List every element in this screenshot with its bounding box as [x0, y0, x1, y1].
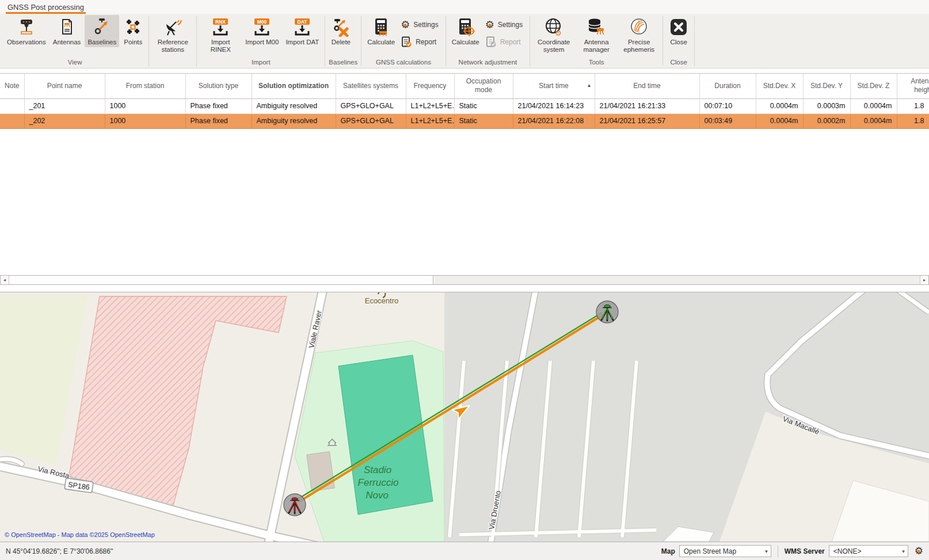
map-settings-gear-icon[interactable]: ⚙: [915, 546, 923, 556]
button-label: Settings: [498, 21, 523, 29]
import-m00-icon: M00: [252, 17, 272, 37]
wms-server-dropdown[interactable]: <NONE> ▾: [829, 545, 908, 557]
satellite-dish-icon: [163, 17, 182, 37]
red-tripod-marker[interactable]: [284, 494, 306, 516]
import-m00-button[interactable]: M00 Import M00: [242, 15, 281, 47]
observations-button[interactable]: Observations: [4, 15, 49, 47]
column-header-frequency[interactable]: Frequency: [406, 74, 454, 98]
column-header-satellites-systems[interactable]: Satellites systems: [336, 74, 406, 98]
cell-duration: 00:03:49: [699, 113, 756, 128]
column-header-duration[interactable]: Duration: [699, 74, 756, 98]
points-button[interactable]: Points: [120, 15, 146, 47]
delete-baseline-icon: [331, 17, 351, 37]
import-dat-icon: DAT: [292, 17, 312, 37]
button-label: Points: [124, 39, 142, 46]
ribbon-group-label: GNSS calculations: [364, 58, 443, 68]
ribbon-group-label: Baselines: [328, 58, 359, 68]
ribbon-group-label: View: [3, 58, 146, 68]
gnss-settings-button[interactable]: ⚙ Settings: [401, 20, 439, 30]
scroll-left-button[interactable]: ◂: [1, 276, 9, 284]
network-report-button[interactable]: Report: [485, 36, 523, 48]
column-header-std-dev-x[interactable]: Std.Dev. X: [756, 74, 803, 98]
column-header-solution-type[interactable]: Solution type: [185, 74, 252, 98]
antenna-document-icon: [57, 17, 77, 37]
tab-gnss-post-processing[interactable]: GNSS Post processing: [6, 2, 86, 14]
button-label: Report: [416, 38, 436, 46]
cell-antenna-height: 1.8: [897, 98, 929, 113]
cell-occupation-mode: Static: [454, 113, 513, 128]
cell-solution-type: Phase fixed: [185, 98, 252, 113]
map-source-dropdown[interactable]: Open Street Map ▾: [679, 545, 771, 557]
import-dat-button[interactable]: DAT Import DAT: [283, 15, 322, 47]
cell-from-station: 1000: [105, 113, 185, 128]
ribbon-separator: [446, 16, 446, 66]
gnss-report-button[interactable]: Report: [401, 36, 439, 48]
button-label: Coordinate system: [536, 39, 572, 54]
antennas-button[interactable]: Antennas: [50, 15, 84, 47]
cell-std-dev-z: 0.0004m: [850, 98, 897, 113]
svg-text:Novo: Novo: [365, 490, 389, 501]
ribbon-group-label: [151, 64, 194, 68]
map-view[interactable]: Ecocentro Stadio Ferruccio Novo Viale Ra…: [0, 285, 929, 542]
column-header-end-time[interactable]: End time: [595, 74, 699, 98]
column-header-solution-optimization[interactable]: Solution optimization: [252, 74, 336, 98]
column-header-std-dev-z[interactable]: Std.Dev. Z: [850, 74, 897, 98]
ribbon-group-label: Import: [199, 58, 322, 68]
map-select-label: Map: [661, 547, 675, 555]
import-rinex-button[interactable]: RNX Import RINEX: [200, 15, 241, 55]
green-tripod-marker[interactable]: [596, 301, 618, 323]
ribbon-toolbar: Observations Antennas: [0, 14, 929, 68]
column-header-occupation-mode[interactable]: Occupation mode: [454, 74, 513, 98]
baselines-button[interactable]: Baselines: [85, 15, 119, 47]
button-label: Delete: [332, 39, 351, 46]
cell-point-name: _202: [24, 113, 105, 128]
gnss-receiver-icon: [17, 17, 36, 37]
database-antenna-icon: [587, 17, 606, 37]
cell-from-station: 1000: [105, 98, 185, 113]
scrollbar-thumb[interactable]: [9, 276, 433, 284]
column-header-antenna-height[interactable]: Antenna height: [897, 74, 929, 98]
network-calculate-button[interactable]: Calculate: [449, 15, 482, 47]
ribbon-group-label: Network adjustment: [448, 58, 527, 68]
wms-server-value: <NONE>: [833, 547, 862, 555]
precise-ephemeris-button[interactable]: Precise ephemeris: [618, 15, 660, 55]
map-top-gap: [0, 285, 929, 292]
reference-stations-button[interactable]: Reference stations: [152, 15, 193, 55]
cell-solution-optimization: Ambiguity resolved: [252, 98, 336, 113]
cell-satellites-systems: GPS+GLO+GAL: [336, 113, 406, 128]
osm-attribution-link[interactable]: © OpenStreetMap - Map data ©2025 OpenStr…: [5, 531, 155, 538]
scroll-right-button[interactable]: ▸: [920, 276, 928, 284]
cell-frequency: L1+L2+L5+E...: [406, 113, 454, 128]
table-header-row: Note Point name From station Solution ty…: [0, 74, 929, 98]
cell-start-time: 21/04/2021 16:14:23: [513, 98, 595, 113]
column-header-note[interactable]: Note: [0, 74, 24, 98]
column-header-start-time[interactable]: Start time ▲: [513, 74, 595, 98]
gnss-calculate-button[interactable]: Calculate: [364, 15, 398, 47]
scrollbar-track[interactable]: [434, 276, 920, 284]
column-header-from-station[interactable]: From station: [105, 74, 185, 98]
report-icon: [401, 36, 412, 48]
ribbon-group-network-adjustment: Calculate ⚙ Settings Report: [447, 14, 528, 68]
column-header-point-name[interactable]: Point name: [24, 74, 105, 98]
column-header-std-dev-y[interactable]: Std.Dev. Y: [803, 74, 850, 98]
antenna-manager-button[interactable]: Antenna manager: [576, 15, 617, 55]
ribbon-group-reference: Reference stations: [150, 14, 195, 68]
network-settings-button[interactable]: ⚙ Settings: [485, 20, 523, 30]
ribbon-separator: [361, 16, 361, 66]
delete-button[interactable]: Delete: [328, 15, 353, 47]
status-bar: N 45°04'19.6826"; E 7°30'06.8686" Map Op…: [0, 542, 929, 560]
baseline-row-202-selected[interactable]: _202 1000 Phase fixed Ambiguity resolved…: [0, 113, 929, 128]
cell-duration: 00:07:10: [699, 98, 756, 113]
coordinate-system-button[interactable]: ⚙ Coordinate system: [533, 15, 574, 55]
ribbon-group-label: Tools: [532, 58, 660, 68]
cell-end-time: 21/04/2021 16:21:33: [595, 98, 699, 113]
import-rinex-icon: RNX: [211, 17, 230, 37]
ecocentro-label: Ecocentro: [365, 296, 399, 305]
ribbon-separator: [196, 16, 197, 66]
ribbon-separator: [149, 16, 149, 66]
baseline-row-201[interactable]: _201 1000 Phase fixed Ambiguity resolved…: [0, 98, 929, 113]
cell-solution-type: Phase fixed: [185, 113, 252, 128]
button-label: Settings: [413, 21, 438, 29]
close-button[interactable]: Close: [666, 15, 691, 47]
openstreetmap-canvas: Ecocentro Stadio Ferruccio Novo Viale Ra…: [0, 285, 929, 542]
